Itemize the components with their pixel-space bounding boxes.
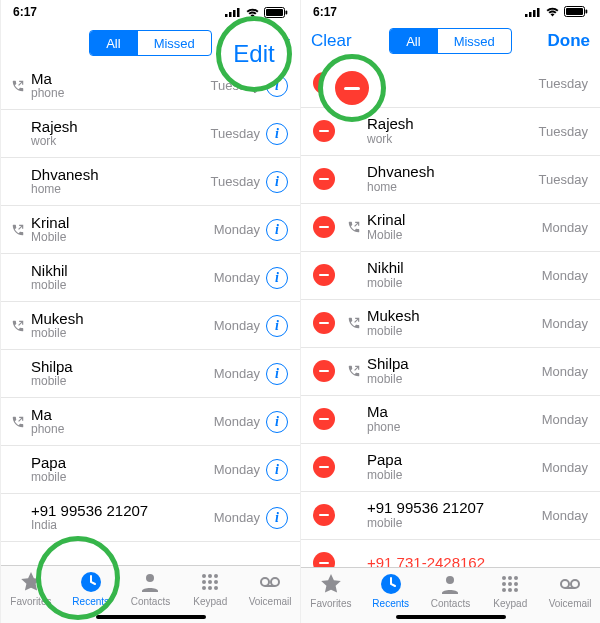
tab-contacts[interactable]: Contacts [421, 572, 481, 609]
call-label: mobile [31, 327, 208, 340]
call-row-editing[interactable]: +91 731-2428162 [301, 540, 600, 567]
delete-row-button[interactable] [313, 504, 335, 526]
seg-all[interactable]: All [90, 31, 136, 55]
info-button[interactable]: i [266, 267, 288, 289]
call-row-editing[interactable]: ShilpamobileMonday [301, 348, 600, 396]
call-row-editing[interactable]: RajeshworkTuesday [301, 108, 600, 156]
info-button[interactable]: i [266, 459, 288, 481]
status-right [225, 7, 288, 18]
call-name: Papa [31, 455, 208, 472]
call-row[interactable]: +91 99536 21207IndiaMondayi [1, 494, 300, 542]
delete-row-button[interactable] [313, 264, 335, 286]
call-name: Dhvanesh [31, 167, 205, 184]
voicemail-icon [558, 572, 582, 596]
call-label: Mobile [367, 229, 536, 242]
call-date: Tuesday [211, 126, 260, 141]
call-name: Krinal [367, 212, 536, 229]
tab-recents[interactable]: Recents [361, 572, 421, 609]
info-button[interactable]: i [266, 507, 288, 529]
status-bar: 6:17 [1, 0, 300, 24]
call-row[interactable]: MukeshmobileMondayi [1, 302, 300, 350]
done-button[interactable]: Done [540, 31, 590, 51]
call-name: Ma [367, 404, 536, 421]
call-row[interactable]: DhvaneshhomeTuesdayi [1, 158, 300, 206]
call-row-editing[interactable]: +91 99536 21207mobileMonday [301, 492, 600, 540]
tab-voicemail[interactable]: Voicemail [540, 572, 600, 609]
seg-missed[interactable]: Missed [437, 29, 511, 53]
delete-row-button[interactable] [313, 168, 335, 190]
call-date: Monday [214, 366, 260, 381]
info-button[interactable]: i [266, 75, 288, 97]
call-label: mobile [367, 373, 536, 386]
tab-keypad[interactable]: Keypad [180, 570, 240, 607]
info-button[interactable]: i [266, 123, 288, 145]
call-row-editing[interactable]: MukeshmobileMonday [301, 300, 600, 348]
recents-list[interactable]: MaphoneTuesdayiRajeshworkTuesdayiDhvanes… [1, 62, 300, 565]
svg-point-39 [561, 580, 569, 588]
svg-point-36 [502, 588, 506, 592]
call-row-editing[interactable]: DhvaneshhomeTuesday [301, 156, 600, 204]
segmented-control[interactable]: All Missed [89, 30, 212, 56]
delete-row-button[interactable] [313, 408, 335, 430]
svg-point-32 [514, 576, 518, 580]
delete-row-button[interactable] [313, 120, 335, 142]
call-row[interactable]: MaphoneTuesdayi [1, 62, 300, 110]
call-row[interactable]: MaphoneMondayi [1, 398, 300, 446]
call-row[interactable]: PapamobileMondayi [1, 446, 300, 494]
person-icon [438, 572, 462, 596]
delete-row-button[interactable] [313, 552, 335, 567]
call-label: home [31, 183, 205, 196]
recents-list-editing[interactable]: labileTuesdayRajeshworkTuesdayDhvaneshho… [301, 60, 600, 567]
call-row[interactable]: NikhilmobileMondayi [1, 254, 300, 302]
home-indicator[interactable] [396, 615, 506, 619]
star-icon [319, 572, 343, 596]
battery-icon [564, 6, 588, 17]
home-indicator[interactable] [96, 615, 206, 619]
tab-favorites[interactable]: Favorites [1, 570, 61, 607]
seg-all[interactable]: All [390, 29, 436, 53]
call-name-block: labile [367, 68, 533, 98]
call-name-block: Nikhilmobile [31, 263, 208, 293]
call-row-editing[interactable]: NikhilmobileMonday [301, 252, 600, 300]
edit-button[interactable]: Edit [240, 33, 290, 53]
call-row[interactable]: RajeshworkTuesdayi [1, 110, 300, 158]
delete-row-button[interactable] [313, 72, 335, 94]
info-button[interactable]: i [266, 363, 288, 385]
tab-favorites[interactable]: Favorites [301, 572, 361, 609]
tab-keypad[interactable]: Keypad [480, 572, 540, 609]
svg-rect-5 [266, 9, 283, 16]
delete-row-button[interactable] [313, 216, 335, 238]
delete-row-button[interactable] [313, 456, 335, 478]
call-row[interactable]: ShilpamobileMondayi [1, 350, 300, 398]
call-row-editing[interactable]: KrinalMobileMonday [301, 204, 600, 252]
info-button[interactable]: i [266, 171, 288, 193]
call-date: Monday [214, 270, 260, 285]
call-name-block: Papamobile [367, 452, 536, 482]
info-button[interactable]: i [266, 219, 288, 241]
svg-point-19 [271, 578, 279, 586]
call-row-editing[interactable]: labileTuesday [301, 60, 600, 108]
seg-missed[interactable]: Missed [137, 31, 211, 55]
call-label: phone [31, 423, 208, 436]
tab-contacts[interactable]: Contacts [121, 570, 181, 607]
call-date: Monday [214, 222, 260, 237]
call-row-editing[interactable]: MaphoneMonday [301, 396, 600, 444]
call-name: +91 99536 21207 [31, 503, 208, 520]
segmented-control[interactable]: All Missed [389, 28, 512, 54]
delete-row-button[interactable] [313, 360, 335, 382]
delete-row-button[interactable] [313, 312, 335, 334]
clear-button[interactable]: Clear [311, 31, 361, 51]
call-label: work [31, 135, 205, 148]
tab-recents[interactable]: Recents [61, 570, 121, 607]
call-row-editing[interactable]: PapamobileMonday [301, 444, 600, 492]
call-row[interactable]: KrinalMobileMondayi [1, 206, 300, 254]
call-date: Monday [542, 268, 588, 283]
call-date: Monday [542, 460, 588, 475]
info-button[interactable]: i [266, 315, 288, 337]
svg-point-17 [214, 586, 218, 590]
info-button[interactable]: i [266, 411, 288, 433]
tab-label: Keypad [493, 598, 527, 609]
tab-voicemail[interactable]: Voicemail [240, 570, 300, 607]
svg-point-18 [261, 578, 269, 586]
svg-rect-22 [529, 12, 532, 17]
